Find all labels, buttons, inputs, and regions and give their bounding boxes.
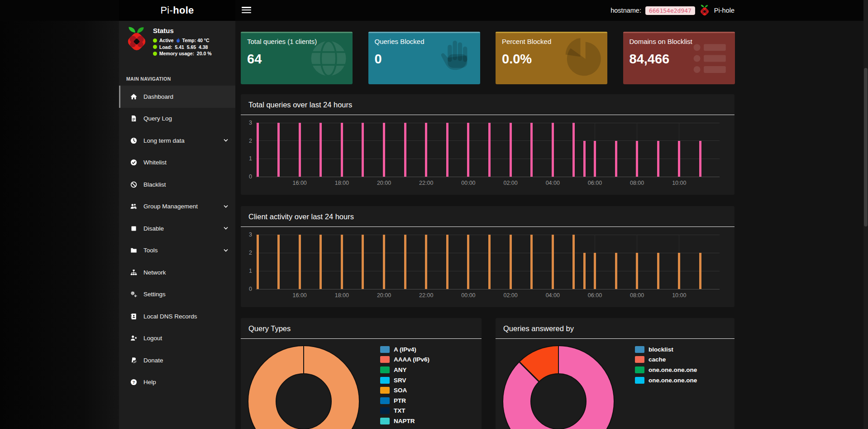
legend-item-blocklist[interactable]: blocklist bbox=[635, 344, 697, 355]
menu-toggle-icon[interactable] bbox=[242, 7, 251, 14]
legend-item-cache[interactable]: cache bbox=[635, 355, 697, 365]
status-load-value: Load: 5.41 5.65 4.38 bbox=[159, 44, 208, 50]
sidebar-item-label: Logout bbox=[143, 335, 162, 342]
bar-04:00 bbox=[552, 123, 554, 177]
scrollbar-thumb[interactable] bbox=[864, 68, 868, 227]
sidebar-item-help[interactable]: ?Help bbox=[119, 371, 235, 394]
pihole-logo-icon bbox=[699, 5, 710, 16]
pihole-dashboard: Pi-hole hostname: 666154e2d947 Pi-hole S… bbox=[0, 0, 868, 429]
sidebar-item-blacklist[interactable]: Blacklist bbox=[119, 174, 235, 196]
legend-label: ANY bbox=[394, 366, 407, 373]
legend-swatch bbox=[635, 377, 644, 384]
legend-swatch bbox=[635, 356, 644, 363]
bar-20:00 bbox=[383, 235, 385, 289]
x-axis-tick-label: 18:00 bbox=[335, 292, 349, 299]
sidebar-item-settings[interactable]: Settings bbox=[119, 284, 235, 306]
left-gutter bbox=[0, 0, 119, 429]
x-axis-tick-label: 16:00 bbox=[293, 292, 307, 299]
sitemap-icon bbox=[129, 269, 138, 276]
brand-link[interactable]: Pi-hole bbox=[119, 0, 235, 21]
x-axis-tick-label: 04:00 bbox=[546, 292, 560, 299]
top-header-bar: Pi-hole hostname: 666154e2d947 Pi-hole bbox=[0, 0, 868, 21]
panel-divider bbox=[496, 338, 734, 339]
legend-label: one.one.one.one bbox=[649, 366, 697, 373]
sidebar-item-tools[interactable]: Tools bbox=[119, 240, 235, 262]
legend-item-one-one-one-one[interactable]: one.one.one.one bbox=[635, 365, 697, 375]
status-title: Status bbox=[153, 27, 212, 34]
legend-swatch bbox=[380, 418, 390, 424]
bar-00:00 bbox=[467, 123, 469, 177]
summary-card-domains-on-blocklist: Domains on Blocklist84,466 bbox=[623, 32, 735, 84]
question-icon: ? bbox=[129, 379, 138, 386]
legend-item-any[interactable]: ANY bbox=[380, 365, 429, 375]
card-value: 0 bbox=[375, 52, 474, 67]
bar-17:00 bbox=[320, 123, 322, 177]
sidebar-item-query-log[interactable]: Query Log bbox=[119, 108, 235, 130]
legend-item-ptr[interactable]: PTR bbox=[380, 395, 429, 406]
bar-16:00 bbox=[299, 235, 301, 289]
summary-card-queries-blocked: Queries Blocked0 bbox=[368, 32, 480, 84]
hostname-badge: 666154e2d947 bbox=[645, 6, 695, 15]
x-axis-tick-label: 18:00 bbox=[335, 180, 349, 186]
legend-item-srv[interactable]: SRV bbox=[380, 375, 429, 386]
sidebar-item-long-term-data[interactable]: Long term data bbox=[119, 130, 235, 152]
sidebar-item-logout[interactable]: Logout bbox=[119, 328, 235, 350]
legend-swatch bbox=[380, 346, 390, 353]
legend-item-a-ipv4[interactable]: A (IPv4) bbox=[380, 344, 429, 355]
summary-card-percent-blocked: Percent Blocked0.0% bbox=[496, 32, 607, 84]
queries-answered-by-donut-chart bbox=[502, 345, 615, 429]
bar-08:00 bbox=[636, 141, 638, 177]
panel-title: Total queries over last 24 hours bbox=[241, 94, 734, 115]
bar-09:00 bbox=[657, 141, 659, 177]
bar-05:00 bbox=[572, 235, 575, 289]
bar-01:00 bbox=[488, 123, 491, 177]
stop-icon bbox=[129, 225, 138, 232]
bar-05:30 bbox=[583, 141, 586, 177]
bar-06:00 bbox=[594, 253, 596, 289]
query-types-legend: A (IPv4)AAAA (IPv6)ANYSRVSOAPTRTXTNAPTR bbox=[380, 344, 429, 426]
sidebar-item-group-management[interactable]: Group Management bbox=[119, 196, 235, 218]
sidebar-item-label: Network bbox=[143, 269, 166, 276]
sidebar-item-label: Tools bbox=[143, 247, 158, 254]
card-title: Queries Blocked bbox=[375, 38, 474, 45]
check-circle-icon bbox=[129, 159, 138, 166]
x-axis-tick-label: 08:00 bbox=[630, 180, 644, 186]
chevron-down-icon bbox=[224, 205, 228, 208]
summary-card-total-queries-1-clients: Total queries (1 clients)64 bbox=[241, 32, 353, 84]
card-value: 64 bbox=[247, 52, 346, 67]
legend-item-aaaa-ipv6[interactable]: AAAA (IPv6) bbox=[380, 355, 429, 365]
donut-hole bbox=[530, 373, 587, 429]
legend-item-naptr[interactable]: NAPTR bbox=[380, 416, 429, 426]
sidebar-item-label: Long term data bbox=[143, 137, 185, 144]
donut-hole bbox=[276, 373, 332, 429]
sidebar-item-label: Donate bbox=[143, 357, 163, 364]
gridline bbox=[256, 271, 720, 271]
panel-title: Query Types bbox=[241, 318, 482, 338]
card-title: Total queries (1 clients) bbox=[247, 38, 346, 45]
x-axis-tick-label: 02:00 bbox=[503, 292, 517, 299]
sidebar-item-donate[interactable]: Donate bbox=[119, 349, 235, 371]
sidebar-item-dashboard[interactable]: Dashboard bbox=[119, 86, 235, 108]
bar-14:00 bbox=[257, 235, 259, 289]
sidebar-item-local-dns-records[interactable]: Local DNS Records bbox=[119, 305, 235, 328]
legend-item-soa[interactable]: SOA bbox=[380, 385, 429, 395]
legend-item-one-one-one-one[interactable]: one.one.one.one bbox=[635, 375, 697, 386]
bar-19:00 bbox=[362, 123, 364, 177]
legend-item-txt[interactable]: TXT bbox=[380, 406, 429, 416]
bar-18:00 bbox=[341, 123, 343, 177]
x-axis-tick-label: 06:00 bbox=[588, 180, 602, 186]
sidebar-item-label: Local DNS Records bbox=[143, 313, 197, 320]
x-axis-tick-label: 06:00 bbox=[588, 292, 602, 299]
sidebar-item-network[interactable]: Network bbox=[119, 261, 235, 284]
status-row-load: Load: 5.41 5.65 4.38 bbox=[153, 44, 212, 50]
gridline bbox=[256, 140, 720, 141]
legend-label: cache bbox=[649, 356, 666, 363]
gears-icon bbox=[129, 291, 138, 298]
query-types-panel: Query Types A (IPv4)AAAA (IPv6)ANYSRVSOA… bbox=[241, 318, 482, 429]
sidebar-item-whitelist[interactable]: Whitelist bbox=[119, 152, 235, 174]
legend-swatch bbox=[380, 407, 390, 414]
chevron-down-icon bbox=[224, 249, 228, 252]
header-app-name: Pi-hole bbox=[714, 7, 734, 14]
sidebar-item-disable[interactable]: Disable bbox=[119, 217, 235, 240]
bar-14:00 bbox=[257, 123, 259, 177]
